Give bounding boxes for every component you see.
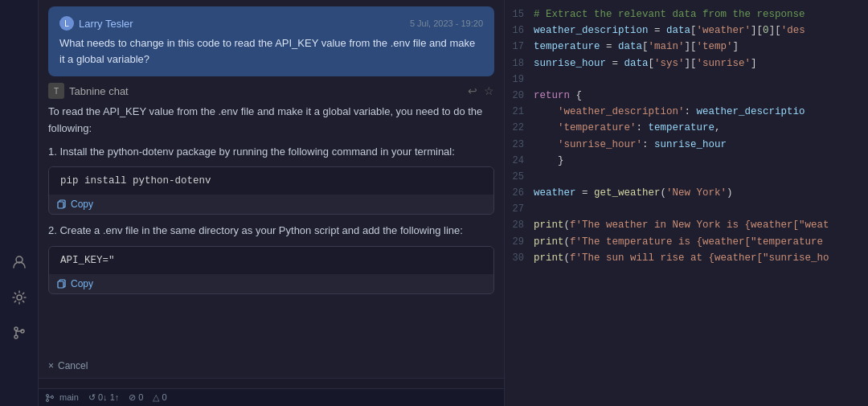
bot-message: T Tabnine chat ↩ ☆ To read the API_KEY v…	[48, 83, 494, 294]
code-line: 19	[505, 72, 868, 88]
code-lines: 15# Extract the relevant data from the r…	[505, 0, 868, 406]
code-line: 27	[505, 201, 868, 217]
copy-button-1[interactable]: Copy	[49, 195, 493, 214]
code-line: 18sunrise_hour = data['sys']['sunrise']	[505, 55, 868, 72]
line-number: 19	[505, 72, 534, 88]
user-message-text: What needs to change in this code to rea…	[59, 35, 483, 67]
user-message-header: L Larry Tesler 5 Jul, 2023 - 19:20	[59, 16, 483, 31]
line-number: 30	[505, 250, 534, 266]
code-line: 17temperature = data['main']['temp']	[505, 39, 868, 55]
line-number: 16	[505, 23, 534, 39]
line-number: 29	[505, 234, 534, 250]
message-timestamp: 5 Jul, 2023 - 19:20	[410, 18, 483, 28]
chat-panel: L Larry Tesler 5 Jul, 2023 - 19:20 What …	[39, 0, 505, 406]
sync-status: ↺ 0↓ 1↑	[88, 392, 119, 403]
copy-icon-1	[57, 199, 67, 209]
user-message: L Larry Tesler 5 Jul, 2023 - 19:20 What …	[48, 6, 494, 76]
svg-point-1	[17, 295, 22, 300]
code-line: 22 'temperature': temperature,	[505, 120, 868, 136]
settings-sidebar-icon[interactable]	[5, 283, 34, 312]
line-number: 28	[505, 217, 534, 233]
bot-intro-text: To read the API_KEY value from the .env …	[48, 104, 494, 137]
status-bar: main ↺ 0↓ 1↑ ⊘ 0 △ 0	[39, 388, 504, 406]
cancel-button[interactable]: × Cancel	[48, 360, 88, 371]
code-line: 20return {	[505, 88, 868, 104]
bot-step2-title: 2. Create a .env file in the same direct…	[48, 223, 494, 240]
line-number: 22	[505, 120, 534, 136]
bot-step1-title: 1. Install the python-dotenv package by …	[48, 144, 494, 161]
line-code-content: temperature = data['main']['temp']	[534, 39, 739, 55]
reply-icon[interactable]: ↩	[468, 84, 477, 97]
code-line: 15# Extract the relevant data from the r…	[505, 6, 868, 23]
code-line: 29print(f'The temperature is {weather["t…	[505, 234, 868, 250]
cancel-x-icon: ×	[48, 360, 54, 371]
line-number: 27	[505, 201, 534, 217]
branch-sidebar-icon[interactable]	[5, 318, 34, 347]
line-code-content: }	[534, 153, 564, 169]
code-block-1: pip install python-dotenv Copy	[48, 166, 494, 215]
branch-status: main	[45, 392, 79, 403]
line-code-content: # Extract the relevant data from the res…	[534, 6, 805, 23]
bot-logo-icon: T	[48, 83, 64, 99]
line-number: 21	[505, 104, 534, 120]
line-code-content: 'temperature': temperature,	[534, 120, 721, 136]
code-line: 16weather_description = data['weather'][…	[505, 23, 868, 39]
code-block-2: API_KEY=" Copy	[48, 246, 494, 294]
cancel-label: Cancel	[58, 360, 88, 371]
line-number: 18	[505, 55, 534, 72]
line-code-content: weather = get_weather('New York')	[534, 185, 733, 201]
code-line: 23 'sunrise_hour': sunrise_hour	[505, 137, 868, 153]
copy-button-2[interactable]: Copy	[49, 274, 493, 293]
line-number: 20	[505, 88, 534, 104]
line-number: 15	[505, 6, 534, 23]
code-line: 28print(f'The weather in New York is {we…	[505, 217, 868, 233]
line-code-content: return {	[534, 88, 582, 104]
line-number: 23	[505, 137, 534, 153]
code-line: 25	[505, 169, 868, 185]
bot-actions: ↩ ☆	[468, 84, 494, 97]
chat-messages: L Larry Tesler 5 Jul, 2023 - 19:20 What …	[39, 0, 504, 354]
line-code-content: print(f'The sun will rise at {weather["s…	[534, 250, 829, 266]
branch-name: main	[59, 392, 79, 402]
code-content-2: API_KEY="	[49, 247, 493, 274]
user-name-row: L Larry Tesler	[59, 16, 133, 31]
code-line: 30print(f'The sun will rise at {weather[…	[505, 250, 868, 266]
code-line: 26weather = get_weather('New York')	[505, 185, 868, 201]
cancel-row: × Cancel	[39, 354, 504, 378]
line-code-content: print(f'The weather in New York is {weat…	[534, 217, 829, 233]
line-number: 24	[505, 153, 534, 169]
copy-label-1: Copy	[71, 199, 93, 210]
copy-label-2: Copy	[71, 278, 93, 289]
line-number: 17	[505, 39, 534, 55]
svg-rect-6	[58, 281, 63, 288]
svg-rect-5	[58, 202, 63, 208]
line-code-content: 'sunrise_hour': sunrise_hour	[534, 137, 727, 153]
line-code-content: 'weather_description': weather_descripti…	[534, 104, 805, 120]
errors-status: ⊘ 0	[129, 392, 143, 403]
warnings-status: △ 0	[153, 392, 166, 403]
user-avatar: L	[59, 16, 74, 31]
bookmark-icon[interactable]: ☆	[484, 84, 494, 97]
branch-icon-status	[45, 393, 55, 403]
bot-header-left: T Tabnine chat	[48, 83, 129, 99]
bot-message-header: T Tabnine chat ↩ ☆	[48, 83, 494, 99]
line-number: 25	[505, 169, 534, 185]
code-line: 24 }	[505, 153, 868, 169]
bot-name: Tabnine chat	[69, 85, 129, 97]
code-line: 21 'weather_description': weather_descri…	[505, 104, 868, 120]
copy-icon-2	[57, 279, 67, 289]
code-content-1: pip install python-dotenv	[49, 167, 493, 195]
avatar-sidebar-icon[interactable]	[5, 248, 34, 277]
code-panel: 15# Extract the relevant data from the r…	[505, 0, 868, 406]
line-number: 26	[505, 185, 534, 201]
user-name: Larry Tesler	[79, 18, 133, 30]
line-code-content: sunrise_hour = data['sys']['sunrise']	[534, 55, 757, 72]
sidebar	[0, 0, 39, 406]
line-code-content: print(f'The temperature is {weather["tem…	[534, 234, 823, 250]
line-code-content: weather_description = data['weather'][0]…	[534, 23, 805, 39]
